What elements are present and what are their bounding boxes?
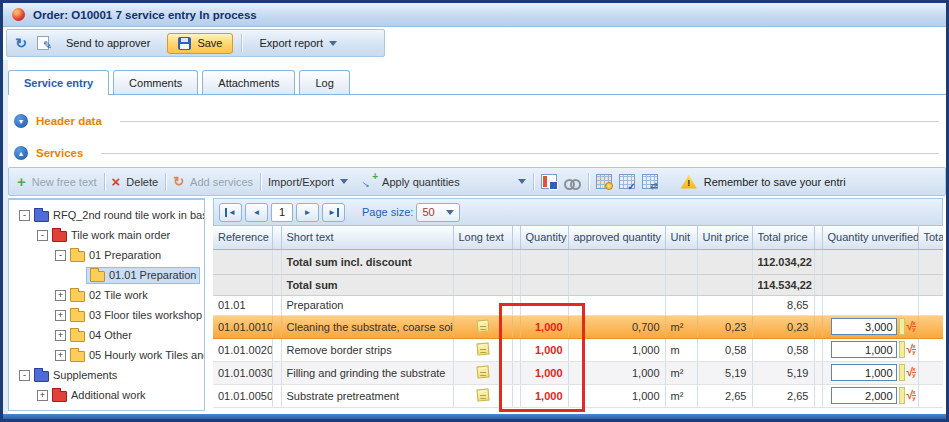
tree-item-03-floor-tiles[interactable]: 03 Floor tiles workshop: [9, 305, 204, 325]
cell-unverified: √xy: [822, 384, 918, 407]
col-unit-price[interactable]: Unit price: [697, 226, 752, 249]
section-services: ▲ Services: [14, 145, 939, 161]
table-row-0010-selected[interactable]: 01.01.0010 Cleaning the substrate, coars…: [213, 315, 943, 338]
toolbar-separator: [260, 173, 261, 191]
expand-section-icon[interactable]: ▼: [14, 114, 28, 128]
next-page-button[interactable]: ►: [296, 203, 319, 222]
tab-attachments[interactable]: Attachments: [202, 70, 295, 94]
cell-unit-price: [697, 295, 752, 315]
chevron-down-icon: [329, 41, 337, 46]
cell-approved: 1,000: [568, 384, 665, 407]
cell-short-text: Filling and grinding the substrate: [281, 361, 453, 384]
quantity-unverified-input[interactable]: [831, 341, 897, 358]
view-glasses-icon[interactable]: [564, 179, 581, 188]
cell-unit: m²: [665, 384, 697, 407]
expand-icon[interactable]: [55, 290, 66, 301]
collapse-icon[interactable]: [37, 230, 48, 241]
col-short-text[interactable]: Short text: [281, 226, 453, 249]
swap-icon: ⇄: [650, 181, 658, 191]
import-export-label: Import/Export: [268, 176, 334, 188]
cell-total-price: 112.034,22: [752, 249, 814, 274]
tree-item-tile-work-main-order[interactable]: Tile work main order: [9, 225, 204, 245]
formula-icon[interactable]: √xy: [907, 390, 916, 401]
table-row-0030[interactable]: 01.01.0030 Filling and grinding the subs…: [213, 361, 943, 384]
collapse-section-icon[interactable]: ▲: [14, 146, 28, 160]
chevron-down-icon: [340, 179, 348, 184]
tree-item-02-tile-work[interactable]: 02 Tile work: [9, 285, 204, 305]
formula-icon[interactable]: √xy: [907, 321, 916, 332]
long-text-note-icon[interactable]: [476, 365, 489, 378]
tree-item-04-other[interactable]: 04 Other: [9, 325, 204, 345]
expand-icon[interactable]: [55, 350, 66, 361]
prev-page-button[interactable]: ◄: [245, 203, 268, 222]
collapse-icon[interactable]: [19, 210, 30, 221]
table-row-total-sum: Total sum 114.534,22: [213, 274, 943, 295]
table-row-0050[interactable]: 01.01.0050 Substrate pretreatment 1,000 …: [213, 384, 943, 407]
refresh-icon[interactable]: ↻: [13, 35, 29, 51]
cell-long-text: [453, 315, 512, 338]
first-page-button[interactable]: ◄: [219, 203, 242, 222]
apply-quantities-button[interactable]: → + Apply quantities: [361, 175, 526, 189]
grid-check-icon[interactable]: ✓: [619, 174, 635, 189]
copy-clipboard-icon[interactable]: [541, 174, 557, 189]
long-text-note-icon[interactable]: [476, 388, 489, 401]
tree-item-01-preparation[interactable]: 01 Preparation: [9, 245, 204, 265]
quantity-unverified-input[interactable]: [831, 364, 897, 381]
cell-short-text: Total sum incl. discount: [281, 249, 453, 274]
send-to-approver-button[interactable]: Send to approver: [57, 34, 159, 52]
save-icon: [178, 37, 191, 50]
tab-comments[interactable]: Comments: [113, 70, 198, 94]
section-label[interactable]: Services: [36, 147, 83, 159]
col-unit[interactable]: Unit: [665, 226, 697, 249]
col-reference[interactable]: Reference: [213, 226, 272, 249]
collapse-icon[interactable]: [55, 250, 66, 261]
add-services-button[interactable]: ↻ Add services: [173, 174, 253, 189]
grid-warning-icon[interactable]: [596, 174, 612, 189]
quantity-unverified-input[interactable]: [831, 387, 897, 404]
col-quantity-unverified[interactable]: Quantity unverified: [822, 226, 918, 249]
export-report-button[interactable]: Export report: [250, 34, 346, 52]
page-size-select[interactable]: 50: [416, 203, 460, 222]
expand-icon[interactable]: [37, 390, 48, 401]
tree-item-0101-preparation[interactable]: 01.01 Preparation: [9, 265, 204, 285]
chevron-down-icon[interactable]: [518, 179, 526, 184]
long-text-note-icon[interactable]: [476, 342, 489, 355]
expand-icon[interactable]: [55, 330, 66, 341]
changed-indicator: [899, 318, 905, 335]
table-row-0020[interactable]: 01.01.0020 Remove border strips 1,000 1,…: [213, 338, 943, 361]
formula-icon[interactable]: √xy: [907, 367, 916, 378]
long-text-note-icon[interactable]: [476, 319, 489, 332]
current-page-box[interactable]: 1: [271, 203, 293, 222]
col-total-cut[interactable]: Tota: [918, 226, 943, 249]
tree-item-05-hourly-work[interactable]: 05 Hourly work Tiles and: [9, 345, 204, 365]
last-page-button[interactable]: ►: [322, 203, 345, 222]
save-button[interactable]: Save: [167, 33, 233, 54]
tab-log[interactable]: Log: [299, 70, 349, 94]
edit-document-icon[interactable]: ✎: [37, 36, 49, 50]
cell-long-text: [453, 338, 512, 361]
tab-service-entry[interactable]: Service entry: [8, 70, 109, 94]
cell-reference: 01.01.0010: [213, 315, 272, 338]
cell-unverified: [822, 295, 918, 315]
new-free-text-button[interactable]: + New free text: [17, 176, 97, 188]
tree-item-rfq[interactable]: RFQ_2nd round tile work in base: [9, 205, 204, 225]
collapse-icon[interactable]: [19, 370, 30, 381]
tree-item-additional-work[interactable]: Additional work: [9, 385, 204, 405]
cell-long-text: [453, 249, 512, 274]
col-approved-quantity[interactable]: approved quantity: [568, 226, 665, 249]
delete-button[interactable]: × Delete: [112, 176, 159, 188]
tree-item-label: RFQ_2nd round tile work in base: [53, 209, 205, 221]
quantity-unverified-input[interactable]: [831, 318, 897, 335]
col-long-text[interactable]: Long text: [453, 226, 512, 249]
grid-swap-icon[interactable]: ⇄: [642, 174, 658, 189]
cell-spacer: [272, 249, 281, 274]
tab-label: Service entry: [24, 77, 93, 89]
tree-item-supplements[interactable]: Supplements: [9, 365, 204, 385]
table-row-group-0101[interactable]: 01.01 Preparation 8,65: [213, 295, 943, 315]
import-export-button[interactable]: Import/Export: [268, 176, 348, 188]
expand-icon[interactable]: [55, 310, 66, 321]
formula-icon[interactable]: √xy: [907, 344, 916, 355]
col-quantity[interactable]: Quantity: [520, 226, 568, 249]
col-total-price[interactable]: Total price: [752, 226, 814, 249]
section-label[interactable]: Header data: [36, 115, 102, 127]
